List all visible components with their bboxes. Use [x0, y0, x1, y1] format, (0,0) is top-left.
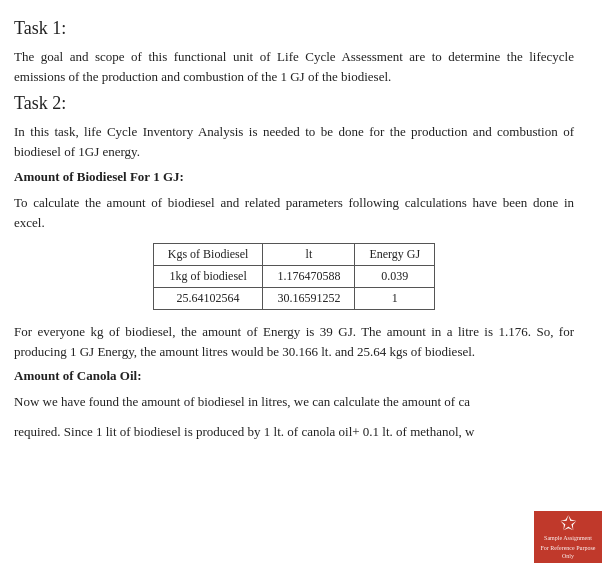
- biodiesel-table: Kgs of Biodiesel lt Energy GJ 1kg of bio…: [153, 243, 435, 310]
- watermark-badge: ✩ Sample Assignment For Reference Purpos…: [534, 511, 602, 563]
- watermark-icon: ✩: [560, 513, 577, 533]
- amount-canola-paragraph2: required. Since 1 lit of biodiesel is pr…: [14, 422, 574, 442]
- watermark-text-line2: For Reference Purpose Only: [538, 545, 598, 561]
- cell-energy-2: 1: [355, 287, 435, 309]
- biodiesel-table-wrapper: Kgs of Biodiesel lt Energy GJ 1kg of bio…: [14, 243, 574, 310]
- task2-paragraph: In this task, life Cycle Inventory Analy…: [14, 122, 574, 162]
- cell-energy-1: 0.039: [355, 265, 435, 287]
- page: Task 1: The goal and scope of this funct…: [0, 0, 602, 563]
- task1-paragraph: The goal and scope of this functional un…: [14, 47, 574, 87]
- amount-biodiesel-paragraph1: To calculate the amount of biodiesel and…: [14, 193, 574, 233]
- table-row: 25.64102564 30.16591252 1: [153, 287, 434, 309]
- amount-canola-paragraph1: Now we have found the amount of biodiese…: [14, 392, 574, 412]
- cell-kgs-1: 1kg of biodiesel: [153, 265, 263, 287]
- table-header-row: Kgs of Biodiesel lt Energy GJ: [153, 243, 434, 265]
- amount-biodiesel-heading: Amount of Biodiesel For 1 GJ:: [14, 169, 574, 185]
- cell-kgs-2: 25.64102564: [153, 287, 263, 309]
- watermark-text-line1: Sample Assignment: [544, 535, 592, 543]
- col-header-energy: Energy GJ: [355, 243, 435, 265]
- table-row: 1kg of biodiesel 1.176470588 0.039: [153, 265, 434, 287]
- task2-heading: Task 2:: [14, 93, 574, 114]
- amount-canola-heading: Amount of Canola Oil:: [14, 368, 574, 384]
- amount-biodiesel-paragraph2: For everyone kg of biodiesel, the amount…: [14, 322, 574, 362]
- col-header-lt: lt: [263, 243, 355, 265]
- cell-lt-2: 30.16591252: [263, 287, 355, 309]
- col-header-kgs: Kgs of Biodiesel: [153, 243, 263, 265]
- task1-heading: Task 1:: [14, 18, 574, 39]
- cell-lt-1: 1.176470588: [263, 265, 355, 287]
